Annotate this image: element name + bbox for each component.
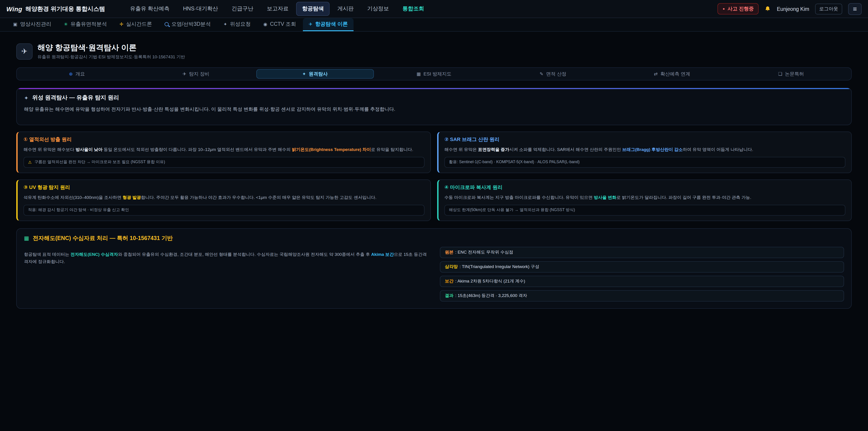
principle-cards-grid: ① 열적외선 방출 원리 해수면 위 유막은 해수보다 방사율이 낮아 동일 온… — [16, 131, 852, 221]
section-title: 위성 원격탐사 — 유출유 탐지 원리 — [32, 94, 119, 102]
subnav-label: 영상사진관리 — [20, 21, 51, 28]
tab-esi-map[interactable]: ▦ ESI 방제지도 — [375, 69, 493, 79]
card-sar-bragg: ② SAR 브래그 산란 원리 해수면 위 유막은 표면장력을 증가시켜 소파를… — [437, 131, 852, 173]
page-title: 해양 항공탐색·원격탐사 이론 — [37, 42, 185, 53]
magnifier-icon — [164, 22, 168, 26]
enc-process-rows: 원본 : ENC 전자해도 무작위 수심점 삼각망 : TIN(Triangul… — [440, 247, 844, 301]
satellite-icon: ✦ — [302, 72, 306, 76]
pencil-icon: ✎ — [539, 72, 544, 76]
enc-body: 항공탐색 표적 데이터는 전자해도(ENC) 수심격자와 중첩되어 유출유의 수… — [24, 247, 844, 301]
enc-row-value: : TIN(Triangulated Irregular Network) 구성 — [460, 264, 539, 270]
globe-icon: ⊕ — [69, 72, 73, 76]
subnav-item-oil-area-analysis[interactable]: ✳ 유출유면적분석 — [58, 18, 113, 31]
card-body: 수동 마이크로파 복사계는 지구 방출 마이크로파를 수신합니다. 유막이 있으… — [444, 194, 845, 201]
logout-button[interactable]: 로그아웃 — [815, 3, 842, 14]
remote-sensing-panel: ✦ 위성 원격탐사 — 유출유 탐지 원리 해양 유출유는 해수면에 유막을 형… — [16, 88, 852, 125]
card-note: ⚠ 구름은 열적외선을 완전 차단 → 마이크로파 보조 필요 (NGSST 융… — [24, 157, 425, 168]
enc-row-source: 원본 : ENC 전자해도 무작위 수심점 — [440, 247, 844, 258]
nav-item-emergency-rescue[interactable]: 긴급구난 — [225, 2, 259, 16]
enc-row-label: 보간 — [445, 278, 454, 284]
image-icon: ▣ — [13, 22, 18, 26]
card-note: 적용: 해경 감시 항공기 야간 탐색 · 비정상 유출 신고 확인 — [24, 205, 425, 215]
enc-row-tin: 삼각망 : TIN(Triangulated Irregular Network… — [440, 261, 844, 272]
nav-item-reports[interactable]: 보고자료 — [261, 2, 294, 16]
satellite-icon: ✦ — [223, 22, 227, 26]
card-body: 해수면 위 유막은 표면장력을 증가시켜 소파를 억제합니다. SAR에서 해수… — [444, 146, 845, 153]
tab-area-calculation[interactable]: ✎ 면적 산정 — [494, 69, 612, 79]
enc-row-result: 결과 : 15초(463m) 등간격 · 3,225,600 격자 — [440, 290, 844, 301]
card-uv-fluorescence: ③ UV 형광 탐지 원리 석유계 탄화수소에 자외선(310–400nm)을 … — [16, 180, 431, 221]
tab-label: 확산예측 연계 — [660, 71, 690, 77]
tab-remote-sensing[interactable]: ✦ 원격탐사 — [256, 69, 374, 79]
tab-label: 논문특허 — [785, 71, 804, 77]
enc-row-label: 결과 — [445, 293, 454, 299]
tab-label: 개요 — [75, 71, 85, 77]
cctv-icon: ◉ — [264, 22, 267, 26]
subnav-item-cctv-search[interactable]: ◉ CCTV 조회 — [257, 18, 302, 31]
subnav-label: 유출유면적분석 — [70, 21, 107, 28]
document-icon: ❏ — [778, 72, 782, 76]
tab-label: 탐지 장비 — [189, 71, 209, 77]
subnav-item-pollution-ship-3d[interactable]: 오염/선박3D분석 — [159, 18, 217, 31]
notification-bell-icon[interactable] — [765, 6, 771, 12]
incident-label: 사고 진행중 — [727, 5, 754, 12]
tab-overview[interactable]: ⊕ 개요 — [18, 69, 136, 79]
card-thermal-infrared: ① 열적외선 방출 원리 해수면 위 유막은 해수보다 방사율이 낮아 동일 온… — [16, 131, 431, 173]
tab-diffusion-link[interactable]: ⇄ 확산예측 연계 — [613, 69, 731, 79]
airplane-icon: ✈ — [183, 72, 186, 76]
card-note-text: 적용: 해경 감시 항공기 야간 탐색 · 비정상 유출 신고 확인 — [28, 207, 129, 213]
main-content: ✈ 해양 항공탐색·원격탐사 이론 유출유 원격탐지·항공감시 기법·ESI 방… — [0, 32, 868, 308]
tab-label: 원격탐사 — [309, 71, 328, 77]
app-logo[interactable]: Wing 해양환경 위기대응 통합시스템 — [6, 5, 105, 13]
section-header: ✦ 위성 원격탐사 — 유출유 탐지 원리 — [24, 94, 844, 102]
card-title: ④ 마이크로파 복사계 원리 — [444, 184, 845, 191]
tab-label: 면적 산정 — [546, 71, 566, 77]
map-icon: ▦ — [416, 72, 421, 76]
card-title: ② SAR 브래그 산란 원리 — [444, 136, 845, 143]
theory-tab-bar: ⊕ 개요 ✈ 탐지 장비 ✦ 원격탐사 ▦ ESI 방제지도 ✎ 면적 산정 ⇄… — [16, 67, 852, 81]
nav-item-weather-info[interactable]: 기상정보 — [361, 2, 395, 16]
drone-icon: ✛ — [120, 22, 123, 26]
main-nav: 유출유 확산예측 HNS·대기확산 긴급구난 보고자료 항공탐색 게시판 기상정… — [124, 2, 430, 16]
tab-label: ESI 방제지도 — [424, 71, 452, 77]
tab-detection-equipment[interactable]: ✈ 탐지 장비 — [137, 69, 255, 79]
subnav-item-realtime-drone[interactable]: ✛ 실시간드론 — [114, 18, 158, 31]
tab-papers-patents[interactable]: ❏ 논문특허 — [732, 69, 850, 79]
subnav-label: 오염/선박3D분석 — [171, 21, 211, 28]
card-note-text: 구름은 열적외선을 완전 차단 → 마이크로파 보조 필요 (NGSST 융합 … — [34, 160, 165, 165]
app-title: 해양환경 위기대응 통합시스템 — [26, 5, 105, 13]
subnav-label: 실시간드론 — [126, 21, 152, 28]
subnav-item-aerial-theory[interactable]: ✈ 항공탐색 이론 — [303, 18, 354, 31]
section-title: 전자해도(ENC) 수심자료 처리 — 특허 10-1567431 기반 — [33, 235, 173, 242]
nav-item-integrated-search[interactable]: 통합조회 — [397, 2, 430, 16]
card-microwave-radiometer: ④ 마이크로파 복사계 원리 수동 마이크로파 복사계는 지구 방출 마이크로파… — [437, 180, 852, 221]
subnav-item-image-management[interactable]: ▣ 영상사진관리 — [7, 18, 57, 31]
sub-nav: ▣ 영상사진관리 ✳ 유출유면적분석 ✛ 실시간드론 오염/선박3D분석 ✦ 위… — [0, 18, 868, 32]
nav-item-hns-air-diffusion[interactable]: HNS·대기확산 — [177, 2, 224, 16]
logo-text: Wing — [6, 5, 22, 12]
link-icon: ⇄ — [654, 72, 658, 76]
incident-dot-icon: ● — [723, 7, 725, 11]
nav-item-board[interactable]: 게시판 — [331, 2, 360, 16]
nav-item-aerial-search[interactable]: 항공탐색 — [296, 2, 330, 16]
card-note-text: 해상도 한계(50km)로 단독 사용 불가 → 열적외선과 융합 (NGSST… — [449, 207, 575, 213]
enc-row-label: 원본 — [445, 249, 454, 255]
page-icon: ✈ — [16, 43, 33, 59]
card-note: 활용: Sentinel-1(C-band) · KOMPSAT-5(X-ban… — [444, 157, 845, 168]
chart-grid-icon: ▦ — [24, 235, 29, 241]
section-header: ▦ 전자해도(ENC) 수심자료 처리 — 특허 10-1567431 기반 — [24, 235, 844, 242]
card-body: 해수면 위 유막은 해수보다 방사율이 낮아 동일 온도에서도 적외선 방출량이… — [24, 146, 425, 153]
nav-item-oil-spill-prediction[interactable]: 유출유 확산예측 — [124, 2, 176, 16]
incident-status-badge[interactable]: ● 사고 진행중 — [718, 3, 759, 14]
enc-row-interpolation: 보간 : Akima 2차원 5차다항식 (21개 계수) — [440, 276, 844, 287]
page-header: ✈ 해양 항공탐색·원격탐사 이론 유출유 원격탐지·항공감시 기법·ESI 방… — [16, 42, 852, 60]
panel-gradient-bar — [17, 88, 851, 89]
card-body: 석유계 탄화수소에 자외선(310–400nm)을 조사하면 형광 발광합니다.… — [24, 194, 425, 201]
warning-icon: ⚠ — [28, 160, 32, 164]
page-subtitle: 유출유 원격탐지·항공감시 기법·ESI 방제정보지도·등록특허 10-1567… — [37, 54, 185, 60]
enc-bathymetry-panel: ▦ 전자해도(ENC) 수심자료 처리 — 특허 10-1567431 기반 항… — [16, 228, 852, 308]
hamburger-menu-icon[interactable]: ≡ — [848, 3, 862, 15]
app-root: Wing 해양환경 위기대응 통합시스템 유출유 확산예측 HNS·대기확산 긴… — [0, 0, 868, 431]
enc-description: 항공탐색 표적 데이터는 전자해도(ENC) 수심격자와 중첩되어 유출유의 수… — [24, 251, 428, 266]
subnav-item-satellite-request[interactable]: ✦ 위성요청 — [217, 18, 256, 31]
